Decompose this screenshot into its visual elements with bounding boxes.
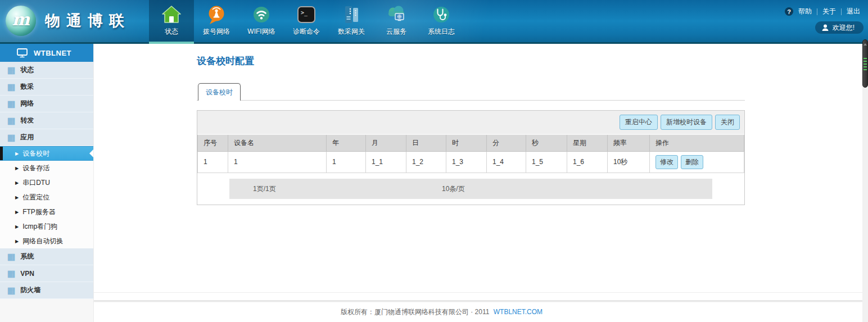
device-timing-panel: 重启中心 新增校时设备 关闭 序号 设备名 年 bbox=[197, 110, 745, 205]
nav-item-data-gateway[interactable]: 数采网关 bbox=[329, 0, 374, 44]
brand-sphere-icon: m bbox=[6, 6, 36, 36]
sidebar-item-label: 应用 bbox=[20, 133, 34, 142]
welcome-button[interactable]: 欢迎您! bbox=[815, 21, 864, 34]
nav-item-wifi-network[interactable]: WIFI网络 bbox=[239, 0, 284, 44]
sidebar: WTBLNET ▦ 状态 ▦ 数采 ▦ 网络 ▦ 转发 ▦ 应用 ▶ 设备校时 bbox=[0, 44, 94, 322]
nav-label: 云服务 bbox=[386, 27, 406, 37]
nav-label: 系统日志 bbox=[428, 27, 455, 37]
nav-item-status[interactable]: 状态 bbox=[149, 0, 194, 44]
page-size: 10条/页 bbox=[442, 184, 465, 193]
footer-divider-top bbox=[94, 292, 868, 293]
cell-day: 1_2 bbox=[406, 151, 446, 173]
content-container: 设备校时配置 设备校时 重启中心 新增校时设备 关闭 bbox=[197, 55, 745, 205]
col-header-day: 日 bbox=[406, 134, 446, 151]
user-icon bbox=[822, 24, 829, 31]
submenu-item-label: Icmp看门狗 bbox=[22, 222, 57, 232]
close-button[interactable]: 关闭 bbox=[715, 115, 740, 130]
grid-icon: ▦ bbox=[7, 99, 15, 108]
main-area: 设备校时配置 设备校时 重启中心 新增校时设备 关闭 bbox=[94, 44, 868, 322]
sidebar-item-network[interactable]: ▦ 网络 bbox=[0, 96, 93, 112]
footer-divider bbox=[94, 301, 868, 301]
nav-label: WIFI网络 bbox=[247, 27, 275, 37]
cell-year: 1 bbox=[327, 151, 366, 173]
nav-label: 数采网关 bbox=[338, 27, 365, 37]
nav-active-underline bbox=[149, 42, 194, 44]
tab-device-timing[interactable]: 设备校时 bbox=[198, 83, 241, 101]
nav-item-dial-network[interactable]: 拨号网络 bbox=[194, 0, 239, 44]
cloud-service-icon bbox=[386, 4, 407, 25]
svg-text:>_: >_ bbox=[301, 10, 308, 16]
brand-logo: m 物通博联 bbox=[6, 6, 130, 36]
sidebar-item-system[interactable]: ▦ 系统 bbox=[0, 248, 93, 265]
submenu-item-serial-dtu[interactable]: ▶ 串口DTU bbox=[0, 175, 93, 190]
sidebar-item-label: 状态 bbox=[20, 65, 34, 75]
nav-label: 诊断命令 bbox=[293, 27, 320, 37]
submenu-item-icmp-watchdog[interactable]: ▶ Icmp看门狗 bbox=[0, 219, 93, 234]
submenu-item-device-timing[interactable]: ▶ 设备校时 bbox=[0, 146, 93, 161]
col-header-index: 序号 bbox=[198, 134, 228, 151]
scrollbar-thumb[interactable] bbox=[862, 39, 868, 88]
grid-icon: ▦ bbox=[7, 66, 15, 74]
scroll-up-arrow-icon bbox=[864, 43, 867, 46]
submenu-item-label: 设备校时 bbox=[22, 149, 49, 158]
link-divider bbox=[841, 8, 842, 15]
col-header-year: 年 bbox=[327, 134, 366, 151]
triangle-bullet-icon: ▶ bbox=[15, 180, 19, 185]
brand-name: 物通博联 bbox=[45, 11, 130, 31]
panel-toolbar: 重启中心 新增校时设备 关闭 bbox=[197, 111, 744, 134]
sidebar-item-status[interactable]: ▦ 状态 bbox=[0, 62, 93, 79]
logout-link[interactable]: 退出 bbox=[847, 7, 860, 16]
footer: 版权所有：厦门物通博联网络科技有限公司 · 2011 WTBLNET.COM bbox=[94, 307, 868, 317]
col-header-frequency: 频率 bbox=[608, 134, 650, 151]
app-root: m 物通博联 状态 拨号网络 WIFI网络 bbox=[0, 0, 868, 322]
nav-label: 状态 bbox=[165, 27, 178, 37]
cell-minute: 1_4 bbox=[487, 151, 526, 173]
submenu-item-ftp-server[interactable]: ▶ FTP服务器 bbox=[0, 205, 93, 219]
home-icon bbox=[161, 4, 182, 25]
delete-button[interactable]: 删除 bbox=[681, 155, 703, 169]
triangle-bullet-icon: ▶ bbox=[15, 239, 19, 244]
dial-network-icon bbox=[206, 4, 227, 25]
col-header-month: 月 bbox=[366, 134, 406, 151]
footer-domain-link[interactable]: WTBLNET.COM bbox=[494, 308, 542, 316]
about-link[interactable]: 关于 bbox=[822, 7, 836, 16]
col-header-week: 星期 bbox=[567, 134, 608, 151]
system-log-icon bbox=[431, 4, 452, 25]
brand-monogram: m bbox=[12, 10, 30, 29]
sidebar-item-application[interactable]: ▦ 应用 bbox=[0, 129, 93, 146]
help-link[interactable]: 帮助 bbox=[798, 7, 812, 16]
submenu-item-label: 位置定位 bbox=[22, 193, 49, 202]
submenu-item-network-auto-switch[interactable]: ▶ 网络自动切换 bbox=[0, 234, 93, 248]
sidebar-item-label: 数采 bbox=[20, 82, 34, 92]
header-links: ? 帮助 关于 退出 bbox=[785, 7, 860, 16]
nav-item-diagnostic-command[interactable]: >_ 诊断命令 bbox=[284, 0, 329, 44]
application-submenu: ▶ 设备校时 ▶ 设备存活 ▶ 串口DTU ▶ 位置定位 ▶ FTP服务器 ▶ … bbox=[0, 146, 93, 248]
sidebar-item-vpn[interactable]: ▦ VPN bbox=[0, 265, 93, 282]
nav-item-system-log[interactable]: 系统日志 bbox=[419, 0, 464, 44]
submenu-item-device-keepalive[interactable]: ▶ 设备存活 bbox=[0, 161, 93, 175]
grid-icon: ▦ bbox=[7, 286, 15, 294]
sidebar-item-forwarding[interactable]: ▦ 转发 bbox=[0, 112, 93, 129]
sidebar-item-label: 防火墙 bbox=[20, 285, 40, 295]
sidebar-item-label: VPN bbox=[20, 270, 34, 278]
nav-item-cloud-service[interactable]: 云服务 bbox=[374, 0, 419, 44]
grid-icon: ▦ bbox=[7, 269, 15, 278]
col-header-device-name: 设备名 bbox=[228, 134, 327, 151]
restart-center-button[interactable]: 重启中心 bbox=[620, 115, 658, 130]
submenu-item-label: 串口DTU bbox=[22, 178, 50, 188]
sidebar-item-firewall[interactable]: ▦ 防火墙 bbox=[0, 282, 93, 299]
pagination-bar: 1页/1页 10条/页 bbox=[229, 179, 712, 199]
welcome-label: 欢迎您! bbox=[833, 23, 855, 33]
add-timing-device-button[interactable]: 新增校时设备 bbox=[661, 115, 712, 130]
page-info: 1页/1页 bbox=[253, 184, 276, 193]
modify-button[interactable]: 修改 bbox=[655, 155, 678, 169]
grid-icon: ▦ bbox=[7, 116, 15, 125]
triangle-bullet-icon: ▶ bbox=[15, 151, 19, 156]
submenu-item-location[interactable]: ▶ 位置定位 bbox=[0, 190, 93, 205]
sidebar-item-data-collection[interactable]: ▦ 数采 bbox=[0, 79, 93, 96]
page-title: 设备校时配置 bbox=[197, 55, 745, 67]
wifi-icon bbox=[251, 4, 272, 25]
triangle-bullet-icon: ▶ bbox=[15, 166, 19, 171]
top-header: m 物通博联 状态 拨号网络 WIFI网络 bbox=[0, 0, 868, 44]
nav-label: 拨号网络 bbox=[203, 27, 230, 37]
